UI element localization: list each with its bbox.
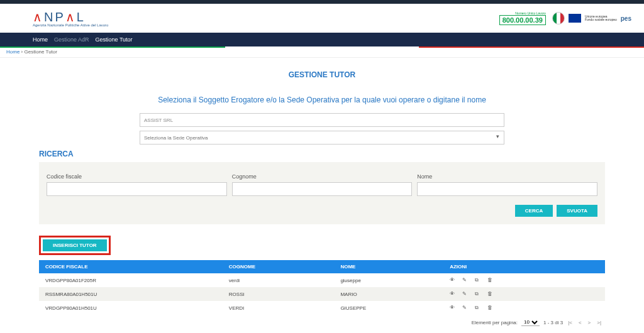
cognome-input[interactable]	[232, 182, 413, 196]
navbar: Home Gestione AdR Gestione Tutor	[0, 33, 644, 46]
ricerca-heading: RICERCA	[39, 150, 605, 158]
soggetto-erogatore-input[interactable]	[140, 113, 504, 127]
italy-emblem-icon	[552, 12, 565, 25]
cell-cf: VRDGPP80A01F205R	[39, 273, 223, 287]
cell-cognome: ROSSI	[223, 287, 335, 301]
delete-icon[interactable]: 🗑	[487, 291, 494, 297]
nav-gestione-tutor[interactable]: Gestione Tutor	[96, 36, 133, 43]
tutor-table-wrap: CODICE FISCALE COGNOME NOME AZIONI VRDGP…	[39, 260, 605, 330]
edit-icon[interactable]: ✎	[462, 291, 469, 297]
cell-nome: MARIO	[334, 287, 443, 301]
page-subtitle: Seleziona il Soggetto Erogatore e/o la S…	[39, 96, 605, 104]
cell-cognome: verdi	[223, 273, 335, 287]
search-panel: Codice fiscale Cognome Nome CERCA SVUOTA	[39, 162, 605, 224]
nome-input[interactable]	[417, 182, 597, 196]
nav-gestione-adr[interactable]: Gestione AdR	[54, 36, 89, 43]
prev-page-icon[interactable]: <	[577, 320, 583, 325]
copy-icon[interactable]: ⧉	[475, 305, 481, 311]
logo-subtitle: Agenzia Nazionale Politiche Attive del L…	[33, 23, 108, 27]
logo-text: ∧NP∧L	[33, 9, 108, 25]
breadcrumb-current: Gestione Tutor	[24, 49, 57, 55]
th-cf: CODICE FISCALE	[39, 260, 223, 273]
cell-cognome: VERDI	[223, 301, 335, 315]
delete-icon[interactable]: 🗑	[487, 277, 494, 283]
breadcrumb-home[interactable]: Home	[6, 49, 19, 55]
next-page-icon[interactable]: >	[587, 320, 592, 325]
insert-highlight: INSERISCI TUTOR	[39, 236, 111, 255]
eu-text: Unione europea Fondo sociale europeo	[585, 15, 617, 21]
last-page-icon[interactable]: >|	[596, 320, 602, 325]
inserisci-tutor-button[interactable]: INSERISCI TUTOR	[43, 239, 107, 251]
cell-azioni: 👁✎⧉🗑	[443, 287, 605, 301]
edit-icon[interactable]: ✎	[462, 277, 469, 283]
phone-number: 800.00.00.39	[499, 15, 546, 25]
svuota-button[interactable]: SVUOTA	[557, 205, 597, 217]
view-icon[interactable]: 👁	[450, 277, 456, 283]
cerca-button[interactable]: CERCA	[515, 205, 553, 217]
th-cognome: COGNOME	[223, 260, 335, 273]
eu-flag-icon	[569, 14, 581, 23]
copy-icon[interactable]: ⧉	[475, 291, 481, 297]
logo[interactable]: ∧NP∧L Agenzia Nazionale Politiche Attive…	[33, 9, 108, 27]
page-content: GESTIONE TUTOR Seleziona il Soggetto Ero…	[39, 58, 605, 333]
cell-azioni: 👁✎⧉🗑	[443, 273, 605, 287]
pes-logo: pes	[621, 15, 631, 22]
per-page-label: Elementi per pagina:	[472, 320, 518, 325]
th-nome: NOME	[334, 260, 443, 273]
pagination-range: 1 - 3 di 3	[543, 320, 563, 325]
cell-nome: giuseppe	[334, 273, 443, 287]
breadcrumb: Home › Gestione Tutor	[0, 46, 644, 58]
phone-box: Numero Unico Lavoro 800.00.00.39	[499, 11, 546, 25]
th-azioni: AZIONI	[443, 260, 605, 273]
copy-icon[interactable]: ⧉	[475, 277, 481, 283]
view-icon[interactable]: 👁	[450, 291, 456, 297]
eu-text-2: Fondo sociale europeo	[585, 18, 617, 21]
cognome-label: Cognome	[232, 173, 413, 180]
per-page-select[interactable]: 10	[521, 319, 540, 326]
view-icon[interactable]: 👁	[450, 305, 456, 311]
table-row: VRDGPP80A01H501UVERDIGIUSEPPE👁✎⧉🗑	[39, 301, 605, 315]
delete-icon[interactable]: 🗑	[487, 305, 494, 311]
first-page-icon[interactable]: |<	[567, 320, 574, 325]
table-row: VRDGPP80A01F205Rverdigiuseppe👁✎⧉🗑	[39, 273, 605, 287]
cell-cf: RSSMRA80A01H501U	[39, 287, 223, 301]
nome-label: Nome	[417, 173, 597, 180]
page-title: GESTIONE TUTOR	[39, 70, 605, 79]
tutor-table: CODICE FISCALE COGNOME NOME AZIONI VRDGP…	[39, 260, 605, 315]
table-row: RSSMRA80A01H501UROSSIMARIO👁✎⧉🗑	[39, 287, 605, 301]
cell-azioni: 👁✎⧉🗑	[443, 301, 605, 315]
header: ∧NP∧L Agenzia Nazionale Politiche Attive…	[0, 4, 644, 33]
edit-icon[interactable]: ✎	[462, 305, 469, 311]
nav-home[interactable]: Home	[33, 36, 48, 43]
cell-cf: VRDGPP80A01H501U	[39, 301, 223, 315]
header-right: Numero Unico Lavoro 800.00.00.39 Unione …	[499, 11, 631, 25]
cf-label: Codice fiscale	[47, 173, 227, 180]
pagination: Elementi per pagina: 10 1 - 3 di 3 |< < …	[39, 315, 605, 330]
codice-fiscale-input[interactable]	[47, 182, 227, 196]
cell-nome: GIUSEPPE	[334, 301, 443, 315]
sede-operativa-select[interactable]	[140, 131, 504, 145]
